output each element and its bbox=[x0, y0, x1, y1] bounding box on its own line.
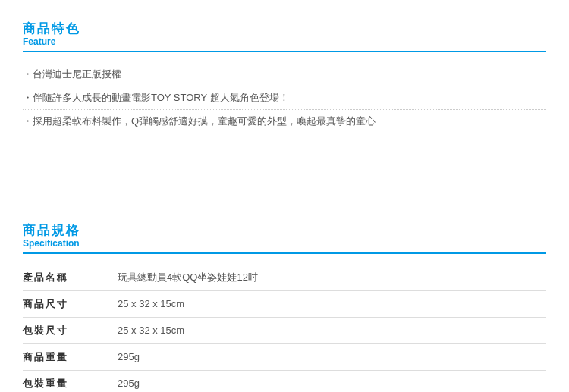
spec-title-en: Specification bbox=[23, 238, 546, 249]
spec-row: 商品尺寸 25 x 32 x 15cm bbox=[23, 290, 546, 317]
feature-item: 採用超柔軟布料製作，Q彈觸感舒適好摸，童趣可愛的外型，喚起最真摯的童心 bbox=[23, 110, 546, 133]
spec-header: 商品規格 Specification bbox=[23, 202, 546, 254]
feature-item: 伴隨許多人成長的動畫電影TOY STORY 超人氣角色登場！ bbox=[23, 86, 546, 110]
spec-label: 商品尺寸 bbox=[23, 290, 118, 317]
spec-row: 包裝尺寸 25 x 32 x 15cm bbox=[23, 317, 546, 343]
feature-header: 商品特色 Feature bbox=[23, 0, 546, 52]
feature-title-en: Feature bbox=[23, 36, 546, 47]
spec-value: 玩具總動員4軟QQ坐姿娃娃12吋 bbox=[118, 265, 546, 291]
feature-item: 台灣迪士尼正版授權 bbox=[23, 63, 546, 86]
spec-value: 295g bbox=[118, 370, 546, 392]
spec-value: 25 x 32 x 15cm bbox=[118, 290, 546, 317]
spec-value: 25 x 32 x 15cm bbox=[118, 317, 546, 343]
spec-row: 商品重量 295g bbox=[23, 343, 546, 370]
spec-label: 包裝尺寸 bbox=[23, 317, 118, 343]
spec-row: 產品名稱 玩具總動員4軟QQ坐姿娃娃12吋 bbox=[23, 265, 546, 291]
spec-title-zh: 商品規格 bbox=[23, 223, 546, 238]
feature-title-zh: 商品特色 bbox=[23, 21, 546, 36]
spec-table: 產品名稱 玩具總動員4軟QQ坐姿娃娃12吋 商品尺寸 25 x 32 x 15c… bbox=[23, 265, 546, 392]
spec-value: 295g bbox=[118, 343, 546, 370]
feature-list: 台灣迪士尼正版授權 伴隨許多人成長的動畫電影TOY STORY 超人氣角色登場！… bbox=[23, 63, 546, 133]
spec-label: 產品名稱 bbox=[23, 265, 118, 291]
spec-row: 包裝重量 295g bbox=[23, 370, 546, 392]
spec-label: 商品重量 bbox=[23, 343, 118, 370]
spec-label: 包裝重量 bbox=[23, 370, 118, 392]
